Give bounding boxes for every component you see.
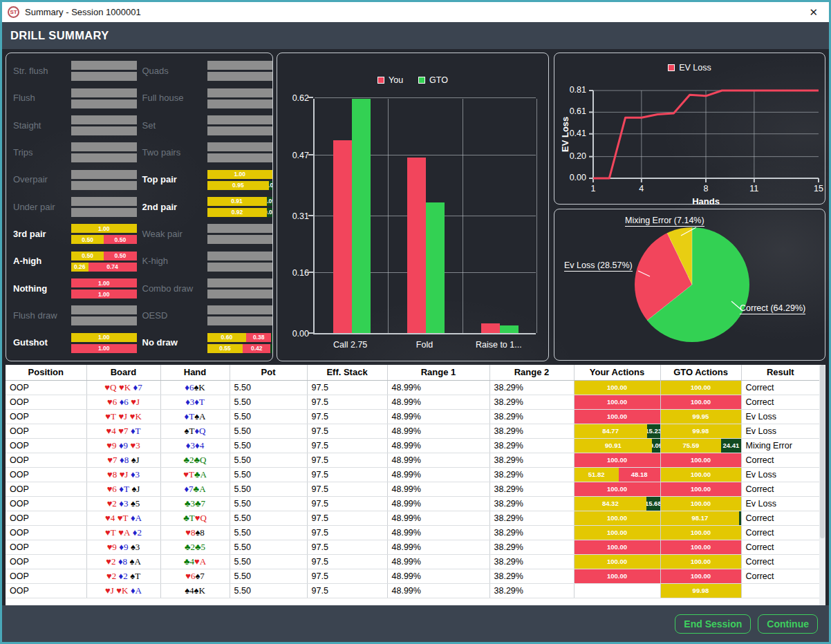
frequency-bar [207,224,273,233]
table-row[interactable]: OOP♥9 ♦9 ♠3♣2♣55.5097.548.99%38.29%100.0… [6,540,819,554]
cell-range1: 48.99% [387,569,489,583]
hand-cards: ♥T♣A [160,467,230,482]
table-row[interactable]: OOP♥2 ♦2 ♠T♥6♠75.5097.548.99%38.29%100.0… [6,569,819,583]
cell-position: OOP [6,438,86,453]
cell-gto-actions-bar: 100.00 [660,540,741,554]
cell-range2: 38.29% [489,424,574,438]
hand-category-bars: 0.500.500.260.74 [71,252,137,272]
your-actions-bar: 100.00 [575,453,660,467]
cell-position: OOP [6,496,86,511]
frequency-bar [71,126,137,135]
cell-position: OOP [6,409,86,424]
hand-category-bars: 0.600.380.550.42 [207,333,273,353]
card: ♦4 [195,440,204,451]
result-cell: Correct [741,453,819,467]
cell-pot: 5.50 [230,453,307,467]
table-row[interactable]: OOP♥6 ♦T ♠J♦7♣A5.5097.548.99%38.29%100.0… [6,482,819,496]
column-header: GTO Actions [660,365,741,380]
frequency-bar [207,126,273,135]
titlebar[interactable]: ST Summary - Session 1000001 ✕ [2,2,829,22]
column-header: Range 1 [387,365,489,380]
hand-category-label: Gutshot [13,338,66,348]
scrollbar-thumb[interactable] [820,365,825,538]
close-icon[interactable]: ✕ [809,7,818,17]
cell-range2: 38.29% [489,453,574,467]
frequency-segment: 15.68 [646,497,660,511]
pie-slice-label: Mixing Error (7.14%) [625,216,704,227]
frequency-bar [207,290,273,299]
cell-gto-actions-bar: 100.00 [660,482,741,496]
hand-category-label: Set [142,121,202,131]
table-row[interactable]: OOP♥2 ♦3 ♠5♣3♣75.5097.548.99%38.29%84.32… [6,496,819,511]
cell-eff-stack: 97.5 [307,409,387,424]
cell-range1: 48.99% [387,409,489,424]
frequency-segment [207,263,273,272]
table-row[interactable]: OOP♥Q ♥K ♦7♦6♠K5.5097.548.99%38.29%100.0… [6,380,819,395]
frequency-segment: 99.98 [661,584,741,598]
frequency-segment [71,100,137,108]
frequency-segment [71,153,137,162]
frequency-bar: 1.00 [71,333,137,342]
frequency-segment [71,126,137,135]
table-row[interactable]: OOP♥J ♥K ♦A♠4♠K5.5097.548.99%38.29%99.98 [6,583,819,598]
hand-category-bars: 1.001.00 [71,278,137,299]
tick-mark [308,215,313,216]
tick-label: 11 [744,184,765,193]
frequency-segment [71,142,137,151]
legend-item: GTO [418,75,448,85]
card: ♠7 [195,571,204,581]
hand-matrix-row: 3rd pair1.000.500.50Weak pair [6,220,272,247]
frequency-segment: 100.00 [575,453,660,467]
bar-you [407,158,426,333]
tick-label: 0.47 [277,151,309,160]
tick-label: Raise to 1... [462,340,536,350]
gto-actions-bar: 100.00 [661,482,741,496]
continue-button[interactable]: Continue [758,614,818,634]
table-row[interactable]: OOP♥7 ♦8 ♠J♣2♣Q5.5097.548.99%38.29%100.0… [6,453,819,467]
table-row[interactable]: OOP♥T ♥A ♦2♥8♠85.5097.548.99%38.29%100.0… [6,525,819,540]
frequency-segment [207,252,273,261]
tick-mark [308,154,313,155]
table-row[interactable]: OOP♥8 ♥J ♦3♥T♣A5.5097.548.99%38.29%51.82… [6,467,819,482]
card: ♦3 [186,440,195,451]
bar-you [333,140,352,333]
cell-range2: 38.29% [489,511,574,525]
table-row[interactable]: OOP♥T ♥J ♥K♦T♠A5.5097.548.99%38.29%100.0… [6,409,819,424]
frequency-bar: 0.600.38 [207,333,273,342]
summary-table: PositionBoardHandPotEff. StackRange 1Ran… [6,365,819,598]
card: ♥9 [107,542,117,552]
table-scrollbar[interactable] [819,365,825,605]
card: ♦8 [120,455,129,465]
table-row[interactable]: OOP♥2 ♦8 ♠A♣4♥A5.5097.548.99%38.29%100.0… [6,554,819,569]
your-actions-bar: 100.00 [575,540,660,554]
card: ♠K [194,382,205,392]
card: ♥Q [104,382,116,392]
cell-pot: 5.50 [230,554,307,569]
card: ♦3 [119,498,128,509]
table-row[interactable]: OOP♥6 ♦6 ♥J♦3♦T5.5097.548.99%38.29%100.0… [6,395,819,409]
frequency-segment: 100.00 [661,468,741,482]
table-row[interactable]: OOP♥9 ♦9 ♥3♦3♦45.5097.548.99%38.29%90.91… [6,438,819,453]
cell-pot: 5.50 [230,409,307,424]
hand-cards: ♠T♦Q [160,424,230,438]
table-row[interactable]: OOP♥4 ♥T ♦A♣T♥Q5.5097.548.99%38.29%100.0… [6,511,819,525]
hand-category-label: OESD [142,311,202,321]
frequency-segment [207,88,273,97]
frequency-segment: 84.32 [575,497,647,511]
hand-matrix-row: Str. flushQuads [6,57,272,84]
table-row[interactable]: OOP♥4 ♥7 ♦T♠T♦Q5.5097.548.99%38.29%84.77… [6,424,819,438]
frequency-segment: 1.00 [71,290,137,299]
cell-eff-stack: 97.5 [307,569,387,583]
card: ♥8 [107,469,117,480]
end-session-button[interactable]: End Session [675,614,751,634]
frequency-segment [207,61,273,70]
card: ♥2 [106,571,116,581]
your-actions-bar: 100.00 [575,395,660,409]
frequency-segment [207,72,273,81]
card: ♦7 [184,484,193,494]
card: ♦A [131,585,142,596]
frequency-bar [207,305,273,314]
card: ♥T [183,469,194,480]
board-cards: ♥9 ♦9 ♠3 [86,540,160,554]
cell-range2: 38.29% [489,583,574,598]
